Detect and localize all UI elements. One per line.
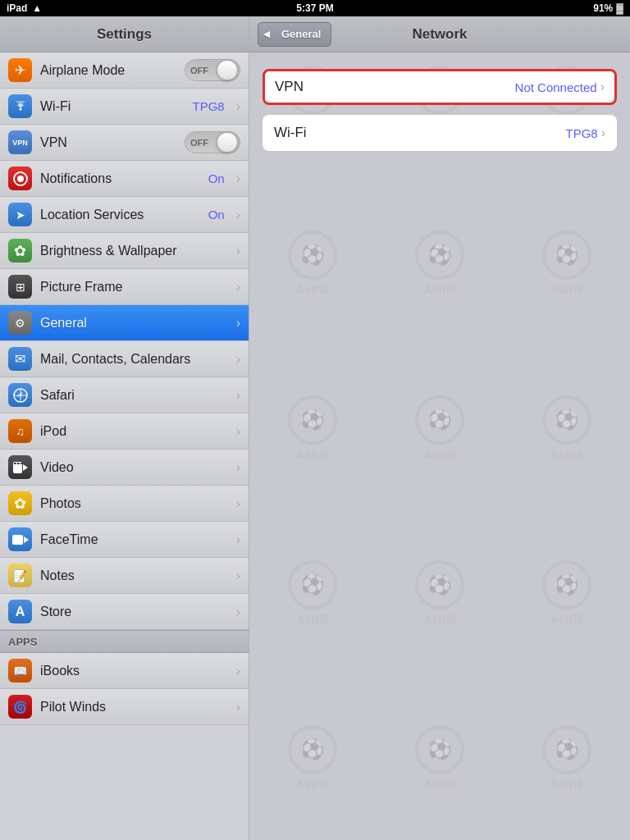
general-icon: ⚙ bbox=[8, 311, 32, 335]
notifications-label: Notifications bbox=[40, 171, 200, 186]
wifi-icon: ▲ bbox=[32, 2, 42, 14]
vpn-label: VPN bbox=[40, 135, 176, 150]
sidebar-item-notifications[interactable]: Notifications On › bbox=[0, 161, 249, 197]
vpn-network-row[interactable]: VPN Not Connected › bbox=[262, 69, 617, 105]
sidebar-item-photos[interactable]: ✿ Photos › bbox=[0, 486, 249, 522]
svg-rect-10 bbox=[17, 463, 20, 464]
wifi-setting-icon bbox=[8, 94, 32, 118]
sidebar-item-ibooks[interactable]: 📖 iBooks › bbox=[0, 653, 249, 689]
back-button-label: General bbox=[281, 28, 321, 40]
airplane-toggle[interactable]: OFF bbox=[185, 59, 240, 81]
notifications-value: On bbox=[208, 171, 225, 185]
apps-section-label: Apps bbox=[8, 636, 37, 648]
sidebar-item-wifi[interactable]: Wi-Fi TPG8 › bbox=[0, 89, 249, 125]
general-label: General bbox=[40, 316, 228, 331]
vpn-row-chevron: › bbox=[600, 80, 605, 94]
ipod-icon: ♫ bbox=[8, 419, 32, 443]
sidebar-item-picture-frame[interactable]: ⊞ Picture Frame › bbox=[0, 269, 249, 305]
device-label: iPad bbox=[7, 2, 27, 14]
sidebar-item-ipod[interactable]: ♫ iPod › bbox=[0, 413, 249, 450]
svg-rect-11 bbox=[21, 463, 22, 464]
notes-chevron: › bbox=[236, 568, 240, 583]
status-right: 91% ▓ bbox=[593, 2, 623, 14]
sidebar-item-store[interactable]: A Store › bbox=[0, 594, 249, 630]
sidebar-title: Settings bbox=[97, 26, 152, 43]
sidebar-item-pilot-winds[interactable]: 🌀 Pilot Winds › bbox=[0, 689, 249, 725]
photos-icon: ✿ bbox=[8, 491, 32, 515]
status-time: 5:37 PM bbox=[296, 2, 333, 14]
wifi-network-row[interactable]: Wi-Fi TPG8 › bbox=[262, 115, 617, 151]
wifi-label: Wi-Fi bbox=[40, 99, 184, 114]
sidebar-header: Settings bbox=[0, 16, 249, 52]
sidebar-item-notes[interactable]: 📝 Notes › bbox=[0, 558, 249, 594]
vpn-toggle-knob bbox=[217, 132, 238, 153]
sidebar-item-vpn[interactable]: VPN VPN OFF bbox=[0, 125, 249, 161]
apps-section-header: Apps bbox=[0, 630, 249, 653]
video-icon bbox=[8, 455, 32, 479]
ipod-label: iPod bbox=[40, 424, 228, 439]
location-label: Location Services bbox=[40, 208, 200, 222]
facetime-icon bbox=[8, 527, 32, 551]
battery-icon: ▓ bbox=[616, 2, 623, 14]
vpn-row-label: VPN bbox=[275, 79, 515, 95]
svg-rect-12 bbox=[12, 535, 23, 545]
sidebar-item-airplane-mode[interactable]: ✈ Airplane Mode OFF bbox=[0, 52, 249, 89]
notifications-chevron: › bbox=[236, 171, 240, 186]
right-content: VPN Not Connected › Wi-Fi TPG8 › bbox=[249, 52, 630, 167]
photos-chevron: › bbox=[236, 496, 240, 511]
ibooks-icon: 📖 bbox=[8, 659, 32, 682]
status-left: iPad ▲ bbox=[7, 2, 42, 14]
back-button[interactable]: General bbox=[258, 22, 331, 47]
safari-label: Safari bbox=[40, 388, 228, 403]
pilot-winds-label: Pilot Winds bbox=[40, 700, 228, 714]
sidebar-item-location[interactable]: ➤ Location Services On › bbox=[0, 197, 249, 233]
video-label: Video bbox=[40, 460, 228, 475]
pilot-icon: 🌀 bbox=[8, 695, 32, 719]
wifi-row-value: TPG8 bbox=[565, 126, 597, 140]
store-label: Store bbox=[40, 605, 228, 619]
pilot-chevron: › bbox=[236, 700, 240, 714]
vpn-row-value: Not Connected bbox=[515, 80, 597, 94]
brightness-label: Brightness & Wallpaper bbox=[40, 244, 228, 258]
wifi-row-chevron: › bbox=[601, 126, 605, 140]
location-chevron: › bbox=[236, 208, 240, 222]
notes-label: Notes bbox=[40, 568, 228, 583]
right-panel: ⚽Astrill ⚽Astrill ⚽Astrill ⚽Astrill ⚽Ast… bbox=[249, 16, 630, 840]
airplane-icon: ✈ bbox=[8, 58, 32, 82]
general-chevron: › bbox=[236, 316, 240, 331]
right-header: General Network bbox=[249, 16, 630, 52]
location-icon: ➤ bbox=[8, 203, 32, 226]
video-chevron: › bbox=[236, 460, 240, 475]
sidebar-item-brightness[interactable]: ✿ Brightness & Wallpaper › bbox=[0, 233, 249, 269]
ibooks-label: iBooks bbox=[40, 664, 228, 678]
status-bar: iPad ▲ 5:37 PM 91% ▓ bbox=[0, 0, 630, 16]
airplane-toggle-knob bbox=[217, 60, 238, 80]
vpn-toggle[interactable]: OFF bbox=[185, 131, 240, 153]
location-value: On bbox=[208, 208, 225, 221]
facetime-label: FaceTime bbox=[40, 532, 228, 547]
svg-marker-8 bbox=[23, 464, 28, 471]
svg-point-1 bbox=[17, 176, 24, 182]
picture-frame-label: Picture Frame bbox=[40, 280, 228, 294]
sidebar-item-safari[interactable]: Safari › bbox=[0, 377, 249, 413]
brightness-icon: ✿ bbox=[8, 239, 32, 262]
svg-marker-13 bbox=[24, 536, 29, 543]
picture-frame-chevron: › bbox=[236, 280, 240, 294]
mail-label: Mail, Contacts, Calendars bbox=[40, 352, 228, 367]
sidebar-item-video[interactable]: Video › bbox=[0, 450, 249, 486]
store-chevron: › bbox=[236, 605, 240, 619]
sidebar-item-mail[interactable]: ✉ Mail, Contacts, Calendars › bbox=[0, 341, 249, 377]
sidebar-item-facetime[interactable]: FaceTime › bbox=[0, 522, 249, 558]
sidebar: Settings ✈ Airplane Mode OFF Wi-Fi TPG8 … bbox=[0, 16, 249, 840]
picture-frame-icon: ⊞ bbox=[8, 275, 32, 299]
wifi-row-label: Wi-Fi bbox=[274, 125, 565, 141]
safari-icon bbox=[8, 383, 32, 407]
mail-icon: ✉ bbox=[8, 347, 32, 371]
store-icon: A bbox=[8, 600, 32, 623]
battery-label: 91% bbox=[593, 2, 613, 14]
vpn-toggle-label: OFF bbox=[190, 138, 208, 148]
sidebar-item-general[interactable]: ⚙ General › bbox=[0, 305, 249, 341]
mail-chevron: › bbox=[236, 352, 240, 367]
photos-label: Photos bbox=[40, 496, 228, 511]
right-panel-title: Network bbox=[412, 26, 467, 43]
